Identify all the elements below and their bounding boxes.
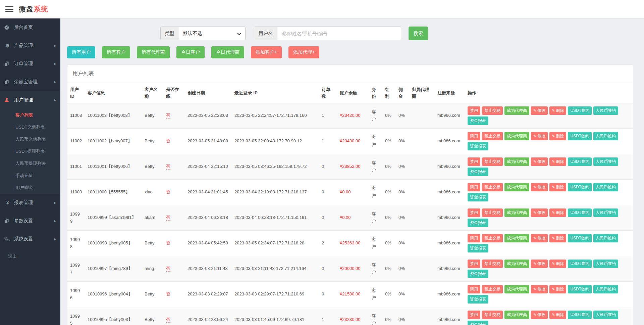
rmb-sign-button[interactable]: 人民币签约 — [593, 260, 618, 268]
become-agent-button[interactable]: 成为代理商 — [504, 132, 529, 140]
usdt-sign-button[interactable]: USDT签约 — [568, 260, 592, 268]
rmb-sign-button[interactable]: 人民币签约 — [593, 285, 618, 293]
rmb-sign-button[interactable]: 人民币签约 — [593, 208, 618, 217]
usdt-sign-button[interactable]: USDT签约 — [568, 234, 592, 242]
fund-report-button[interactable]: 资金报表 — [468, 142, 488, 150]
usdt-sign-button[interactable]: USDT签约 — [568, 106, 592, 115]
rmb-sign-button[interactable]: 人民币签约 — [593, 157, 618, 166]
delete-button[interactable]: ✎删除 — [549, 183, 566, 191]
edit-button[interactable]: ✎修改 — [531, 183, 548, 191]
edit-button[interactable]: ✎修改 — [531, 260, 548, 268]
disable-button[interactable]: 禁用 — [468, 260, 480, 268]
fund-report-button[interactable]: 资金报表 — [468, 193, 488, 201]
fund-report-button[interactable]: 资金报表 — [468, 244, 488, 252]
fund-report-button[interactable]: 资金报表 — [468, 270, 488, 278]
delete-button[interactable]: ✎删除 — [549, 285, 566, 293]
disable-button[interactable]: 禁用 — [468, 234, 480, 242]
forbid-trade-button[interactable]: 禁止交易 — [482, 234, 503, 242]
become-agent-button[interactable]: 成为代理商 — [504, 157, 529, 166]
type-select[interactable]: 默认不选 — [179, 27, 245, 40]
forbid-trade-button[interactable]: 禁止交易 — [482, 132, 503, 140]
add-agent-button[interactable]: 添加代理+ — [288, 46, 319, 58]
today-customers-button[interactable]: 今日客户 — [176, 46, 205, 58]
forbid-trade-button[interactable]: 禁止交易 — [482, 183, 503, 191]
edit-button[interactable]: ✎修改 — [531, 157, 548, 166]
edit-button[interactable]: ✎修改 — [531, 234, 548, 242]
sidebar-item-products[interactable]: ฿ 产品管理 ▶ — [0, 37, 60, 55]
forbid-trade-button[interactable]: 禁止交易 — [482, 208, 503, 217]
rmb-sign-button[interactable]: 人民币签约 — [593, 311, 618, 319]
forbid-trade-button[interactable]: 禁止交易 — [482, 106, 503, 115]
delete-button[interactable]: ✎删除 — [549, 260, 566, 268]
disable-button[interactable]: 禁用 — [468, 311, 480, 319]
usdt-sign-button[interactable]: USDT签约 — [568, 208, 592, 217]
fund-report-button[interactable]: 资金报表 — [468, 295, 488, 304]
sidebar-item-orders[interactable]: 订单管理 ▶ — [0, 55, 60, 73]
become-agent-button[interactable]: 成为代理商 — [504, 208, 529, 217]
chevron-right-icon: ▶ — [54, 62, 56, 65]
sidebar-item-system-settings[interactable]: 系统设置 ▶ — [0, 230, 60, 248]
fund-report-button[interactable]: 资金报表 — [468, 219, 488, 227]
disable-button[interactable]: 禁用 — [468, 157, 480, 166]
become-agent-button[interactable]: 成为代理商 — [504, 183, 529, 191]
usdt-sign-button[interactable]: USDT签约 — [568, 311, 592, 319]
usdt-sign-button[interactable]: USDT签约 — [568, 132, 592, 140]
sidebar-subitem-rmb-withdraw-list[interactable]: 人民币提现列表 — [0, 157, 60, 170]
sidebar-item-logout[interactable]: 退出 — [0, 248, 60, 265]
become-agent-button[interactable]: 成为代理商 — [504, 260, 529, 268]
sidebar-item-users[interactable]: 用户管理 ▶ — [0, 91, 60, 109]
usdt-sign-button[interactable]: USDT签约 — [568, 183, 592, 191]
become-agent-button[interactable]: 成为代理商 — [504, 106, 529, 115]
usdt-sign-button[interactable]: USDT签约 — [568, 285, 592, 293]
sidebar-subitem-user-bonus[interactable]: 用户赠金 — [0, 182, 60, 194]
become-agent-button[interactable]: 成为代理商 — [504, 311, 529, 319]
edit-button[interactable]: ✎修改 — [531, 285, 548, 293]
username-input[interactable] — [277, 27, 401, 40]
sidebar-item-parameters[interactable]: 参数设置 ▶ — [0, 212, 60, 230]
sidebar-subitem-manual-deposit[interactable]: 手动充值 — [0, 170, 60, 182]
delete-button[interactable]: ✎删除 — [549, 157, 566, 166]
rmb-sign-button[interactable]: 人民币签约 — [593, 106, 618, 115]
disable-button[interactable]: 禁用 — [468, 106, 480, 115]
delete-button[interactable]: ✎删除 — [549, 208, 566, 217]
fund-report-button[interactable]: 资金报表 — [468, 321, 488, 325]
sidebar-subitem-customer-list[interactable]: 客户列表 — [0, 109, 60, 121]
sidebar-item-yuebao[interactable]: 余额宝管理 ▶ — [0, 73, 60, 91]
disable-button[interactable]: 禁用 — [468, 208, 480, 217]
forbid-trade-button[interactable]: 禁止交易 — [482, 260, 503, 268]
delete-button[interactable]: ✎删除 — [549, 234, 566, 242]
today-agents-button[interactable]: 今日代理商 — [211, 46, 244, 58]
usdt-sign-button[interactable]: USDT签约 — [568, 157, 592, 166]
disable-button[interactable]: 禁用 — [468, 285, 480, 293]
sidebar-subitem-usdt-deposit-list[interactable]: USDT充值列表 — [0, 121, 60, 133]
delete-button[interactable]: ✎删除 — [549, 311, 566, 319]
forbid-trade-button[interactable]: 禁止交易 — [482, 311, 503, 319]
search-button[interactable]: 搜索 — [409, 27, 428, 40]
delete-button[interactable]: ✎删除 — [549, 106, 566, 115]
disable-button[interactable]: 禁用 — [468, 183, 480, 191]
sidebar-subitem-rmb-deposit-list[interactable]: 人民币充值列表 — [0, 133, 60, 145]
forbid-trade-button[interactable]: 禁止交易 — [482, 285, 503, 293]
fund-report-button[interactable]: 资金报表 — [468, 117, 488, 125]
all-customers-button[interactable]: 所有客户 — [102, 46, 130, 58]
delete-button[interactable]: ✎删除 — [549, 132, 566, 140]
all-agents-button[interactable]: 所有代理商 — [137, 46, 170, 58]
disable-button[interactable]: 禁用 — [468, 132, 480, 140]
rmb-sign-button[interactable]: 人民币签约 — [593, 132, 618, 140]
add-customer-button[interactable]: 添加客户+ — [251, 46, 282, 58]
edit-button[interactable]: ✎修改 — [531, 208, 548, 217]
hamburger-menu-icon[interactable] — [5, 6, 13, 12]
rmb-sign-button[interactable]: 人民币签约 — [593, 183, 618, 191]
sidebar-item-reports[interactable]: ¥ 报表管理 ▶ — [0, 194, 60, 212]
rmb-sign-button[interactable]: 人民币签约 — [593, 234, 618, 242]
become-agent-button[interactable]: 成为代理商 — [504, 285, 529, 293]
edit-button[interactable]: ✎修改 — [531, 311, 548, 319]
sidebar-item-dashboard[interactable]: 后台首页 — [0, 18, 60, 37]
all-users-button[interactable]: 所有用户 — [67, 46, 95, 58]
fund-report-button[interactable]: 资金报表 — [468, 168, 488, 176]
edit-button[interactable]: ✎修改 — [531, 132, 548, 140]
edit-button[interactable]: ✎修改 — [531, 106, 548, 115]
become-agent-button[interactable]: 成为代理商 — [504, 234, 529, 242]
forbid-trade-button[interactable]: 禁止交易 — [482, 157, 503, 166]
sidebar-subitem-usdt-withdraw-list[interactable]: USDT提现列表 — [0, 145, 60, 157]
